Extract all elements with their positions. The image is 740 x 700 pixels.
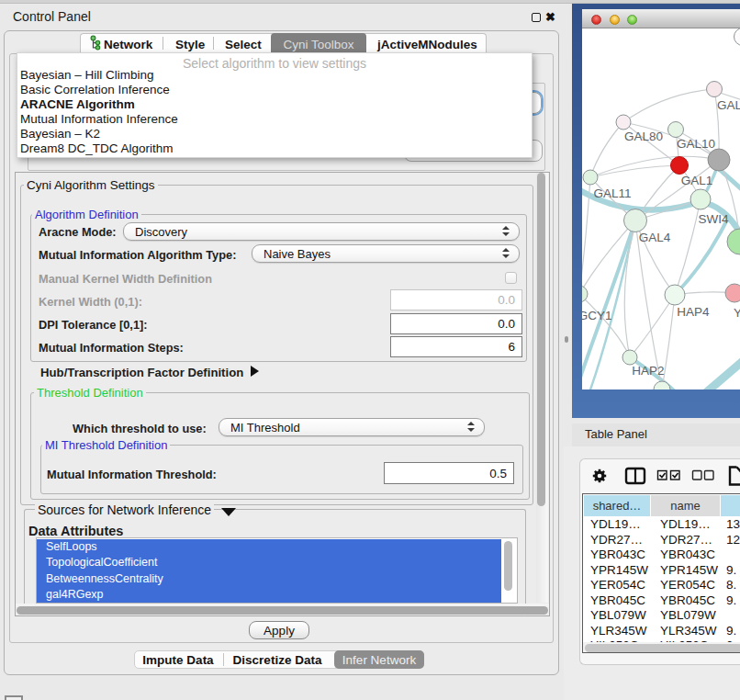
svg-text:GAL4: GAL4	[639, 231, 671, 244]
svg-text:HAP4: HAP4	[677, 305, 710, 319]
svg-text:GAL10: GAL10	[677, 137, 715, 151]
svg-text:HAP2: HAP2	[632, 364, 664, 378]
svg-text:Y: Y	[734, 306, 740, 320]
svg-text:GCY1: GCY1	[582, 309, 611, 322]
svg-text:GAL11: GAL11	[593, 186, 631, 200]
svg-text:GAL80: GAL80	[624, 130, 663, 143]
svg-text:GAL1: GAL1	[681, 174, 713, 187]
svg-text:GAL: GAL	[717, 98, 740, 112]
svg-text:SWI4: SWI4	[698, 212, 728, 226]
